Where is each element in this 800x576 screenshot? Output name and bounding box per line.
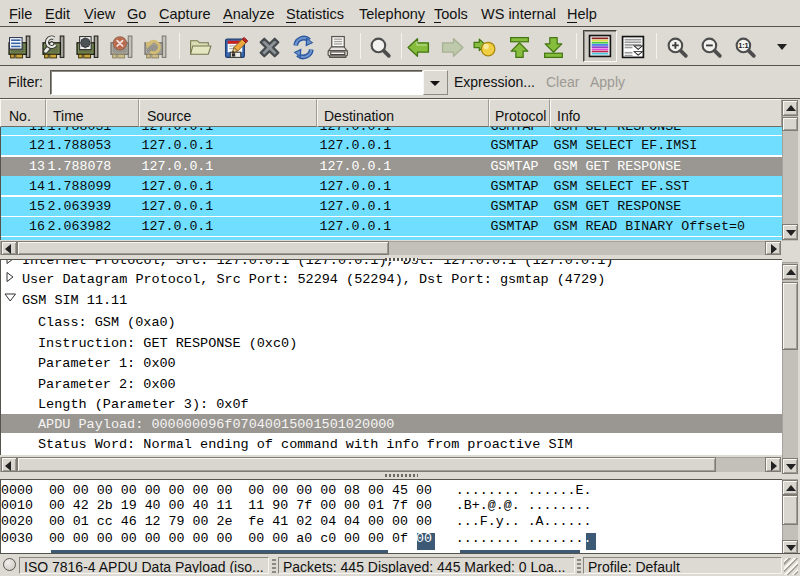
svg-text:1:1: 1:1 [738, 41, 749, 50]
